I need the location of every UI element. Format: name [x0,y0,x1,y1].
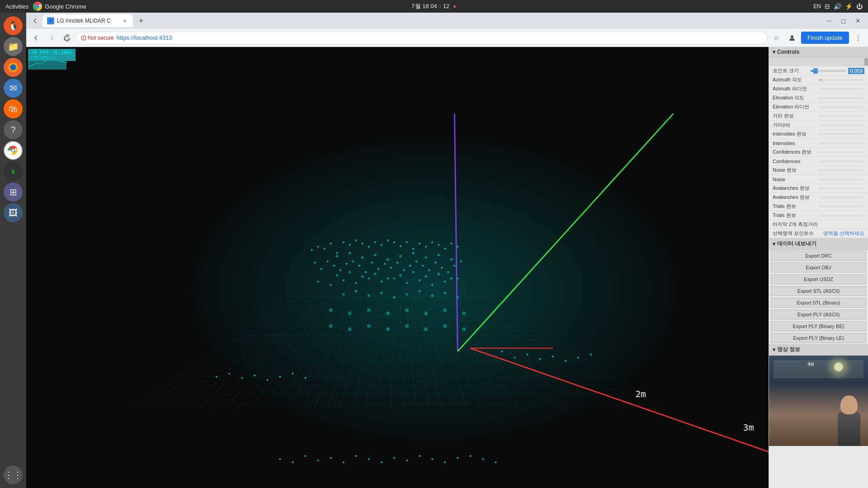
finish-update-button[interactable]: Finish update [801,32,849,44]
point-size-value: 0.059 [848,68,864,74]
controls-section-header[interactable]: ▾ Controls [769,47,868,57]
new-tab-button[interactable]: + [135,14,147,27]
intensities-label: Intensities [773,141,817,146]
browser-tab[interactable]: LG Innotek MLiDAR C ✕ [42,14,133,27]
svg-point-6 [48,19,53,23]
export-collapse-icon: ▾ [773,241,775,247]
firefox-icon[interactable] [4,58,23,77]
reload-button[interactable] [61,32,73,44]
panel-scrollbar-area [769,57,868,66]
address-bar[interactable]: Not secure https://localhost:4310 [76,32,768,44]
chrome-dock-icon[interactable] [4,141,23,160]
confidences-range-slider[interactable] [819,151,863,153]
export-stl-binary-button[interactable]: Export STL (Binary) [771,298,866,308]
distance-m-row: 거리(m) [769,121,868,130]
noise-range-label: Noise 완보 [773,167,817,174]
forward-button[interactable] [45,32,58,44]
close-button[interactable]: ✕ [852,14,864,27]
activities-button[interactable]: Activities [5,3,28,10]
right-panel: ▾ Controls 포인트 크기 0.059 Azimuth 각도 [769,47,868,488]
azimuth-radian-label: Azimuth 라디언 [773,85,817,92]
chrome-app-name: Google Chrome [32,1,86,12]
profile-icon[interactable] [786,32,798,44]
elevation-angle-slider[interactable] [819,97,863,99]
show-apps-icon[interactable]: ⋮⋮ [4,465,23,484]
azimuth-angle-slider[interactable] [819,79,863,81]
export-obj-button[interactable]: Export OBJ [771,263,866,272]
browser-back-icon[interactable] [30,15,41,26]
power-icon[interactable]: ⏻ [856,3,863,10]
extensions-icon[interactable]: ⋮ [852,32,864,44]
intensities-range-slider[interactable] [819,133,863,135]
avalanches-label: Avalanches 완보 [773,194,817,201]
ceiling-light [774,360,863,378]
noise-slider[interactable] [819,178,863,180]
export-stl-ascii-button[interactable]: Export STL (ASCII) [771,286,866,296]
last-measurement-label: 마지막 2개 측정거리 [773,221,864,228]
export-ply-binary-be-button[interactable]: Export PLY (Binary BE) [771,321,866,331]
trials-range-slider[interactable] [819,206,863,207]
selection-points-row: 선택영역 포인트수 영역을 선택하세요 [769,229,868,238]
person-figure [836,396,861,446]
help-icon[interactable]: ? [4,120,23,139]
files-icon[interactable]: 📁 [4,37,23,56]
fps-indicator: 74 FPS (0-140) CPU/GPU(%) [28,49,75,61]
last-measurement-row: 마지막 2개 측정거리 [769,220,868,229]
elevation-angle-row: Elevation 각도 [769,94,868,103]
video-section-header[interactable]: ▾ 영상 정보 [769,344,868,356]
trials-label: Trials 완보 [773,212,817,219]
azimuth-radian-slider[interactable] [819,88,863,90]
application-dock: 🐧 📁 ✉ 🛍 ? $ ⊞ 🖼 ⋮⋮ [0,13,26,488]
terminal-icon[interactable]: $ [4,162,23,181]
avalanches-slider[interactable] [819,197,863,198]
controls-collapse-icon: ▾ [773,49,775,55]
azimuth-angle-row: Azimuth 각도 [769,75,868,84]
scrollbar-thumb[interactable] [864,58,868,66]
azimuth-angle-label: Azimuth 각도 [773,76,817,83]
distance-range-slider[interactable] [819,115,863,117]
trials-row: Trials 완보 [769,211,868,220]
distance-range-row: 거리 완보 [769,112,868,121]
network-icon[interactable]: ⊟ [825,3,830,10]
selection-action-button[interactable]: 영역을 선택하세요 [823,230,864,237]
thunderbird-icon[interactable]: ✉ [4,79,23,98]
export-ply-ascii-button[interactable]: Export PLY (ASCII) [771,310,866,319]
confidences-slider[interactable] [819,160,863,162]
ubuntu-icon[interactable]: 🐧 [4,16,23,35]
distance-range-label: 거리 완보 [773,113,817,119]
tab-close-button[interactable]: ✕ [121,17,128,24]
export-drc-button[interactable]: Export DRC [771,251,866,261]
back-button[interactable] [30,32,42,44]
volume-icon[interactable]: 🔊 [834,3,841,10]
image-viewer-icon[interactable]: 🖼 [4,203,23,222]
export-section-header[interactable]: ▾ 데이터 내보내기 [769,238,868,250]
maximize-button[interactable]: ◻ [837,14,850,27]
svg-point-2 [10,65,16,70]
elevation-radian-slider[interactable] [819,106,863,108]
trials-slider[interactable] [819,215,863,216]
noise-range-slider[interactable] [819,169,863,171]
bookmark-icon[interactable]: ☆ [770,32,783,44]
bluetooth-icon[interactable]: ⚡ [845,3,853,10]
distance-m-slider[interactable] [819,124,863,126]
person-head [840,395,858,414]
point-size-slider[interactable] [811,70,847,72]
intensities-slider[interactable] [819,142,863,144]
3d-viewport[interactable]: 2m 3m 74 FPS (0-140) CPU/GPU(%) [26,47,769,488]
avalanches-range-slider[interactable] [819,188,863,189]
appstore-icon[interactable]: 🛍 [4,99,23,118]
svg-point-9 [83,38,84,39]
browser-titlebar: LG Innotek MLiDAR C ✕ + ─ ◻ ✕ [26,13,868,29]
export-usdz-button[interactable]: Export USDZ [771,274,866,284]
export-ply-binary-le-button[interactable]: Export PLY (Binary LE) [771,333,866,343]
language-selector[interactable]: EN [813,3,821,9]
controls-title: Controls [777,49,799,55]
confidences-label: Confidences [773,159,817,164]
noise-row: Noise [769,175,868,184]
screenshot-icon[interactable]: ⊞ [4,183,23,202]
avalanches-range-row: Avalanches 완보 [769,184,868,193]
point-size-row: 포인트 크기 0.059 [769,66,868,75]
minimize-button[interactable]: ─ [823,14,835,27]
avalanches-row: Avalanches 완보 [769,193,868,202]
os-topbar: Activities Google Chrome 7월 18 04：12 ● E… [0,0,868,13]
